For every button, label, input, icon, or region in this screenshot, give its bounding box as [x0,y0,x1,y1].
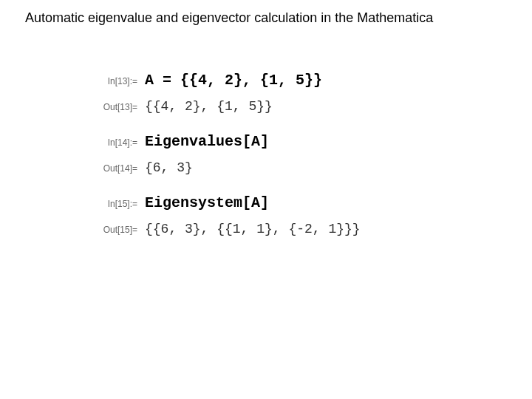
cell-content: Eigensystem[A] [145,194,269,211]
cell-label: Out[15]= [80,225,145,235]
cell-out-13: Out[13]= {{4, 2}, {1, 5}} [80,99,532,114]
cell-content: {{6, 3}, {{1, 1}, {-2, 1}}} [145,222,361,236]
cell-label: In[14]:= [80,137,145,148]
cell-in-15: In[15]:= Eigensystem[A] [80,194,532,211]
cell-content: {{4, 2}, {1, 5}} [145,99,273,114]
cell-content: Eigenvalues[A] [145,133,269,150]
cell-content: A = {{4, 2}, {1, 5}} [145,72,322,89]
cell-in-13: In[13]:= A = {{4, 2}, {1, 5}} [80,72,532,89]
cell-out-14: Out[14]= {6, 3} [80,160,532,175]
cell-label: Out[13]= [80,102,145,112]
notebook: In[13]:= A = {{4, 2}, {1, 5}} Out[13]= {… [80,72,532,236]
cell-content: {6, 3} [145,160,193,175]
cell-in-14: In[14]:= Eigenvalues[A] [80,133,532,150]
cell-label: Out[14]= [80,163,145,174]
page-title: Automatic eigenvalue and eigenvector cal… [0,0,532,26]
cell-label: In[15]:= [80,199,145,209]
cell-out-15: Out[15]= {{6, 3}, {{1, 1}, {-2, 1}}} [80,222,532,236]
cell-label: In[13]:= [80,76,145,86]
